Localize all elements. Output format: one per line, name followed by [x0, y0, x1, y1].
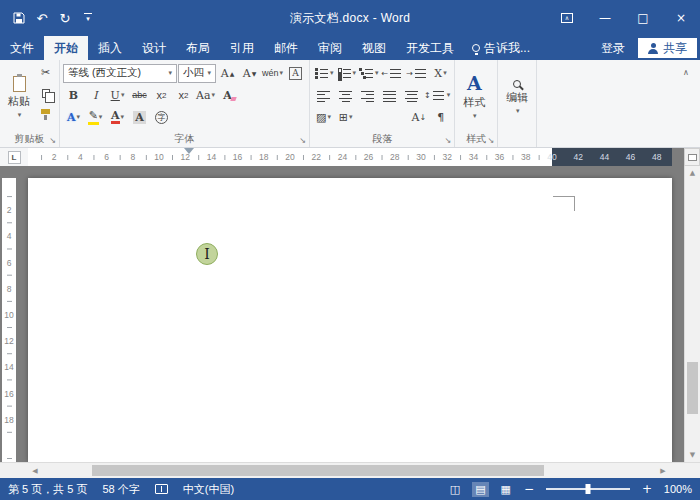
document-page[interactable]: I [28, 178, 672, 462]
shading-button[interactable]: ▨▾ [313, 107, 334, 128]
text-highlight-button[interactable]: ✎▾ [85, 107, 106, 128]
tell-me-box[interactable]: 告诉我... [464, 36, 538, 60]
tab-layout[interactable]: 布局 [176, 36, 220, 60]
format-painter-button[interactable] [35, 104, 56, 125]
tab-design[interactable]: 设计 [132, 36, 176, 60]
phonetic-guide-button[interactable]: wén▾ [261, 63, 284, 84]
share-button[interactable]: 共享 [638, 38, 697, 58]
tab-view[interactable]: 视图 [352, 36, 396, 60]
enclose-characters-button[interactable]: 字 [151, 107, 172, 128]
clipboard-group-text: 剪贴板 [15, 133, 45, 144]
font-family-select[interactable]: 等线 (西文正文) ▾ [63, 64, 177, 83]
underline-button[interactable]: U▾ [107, 85, 128, 106]
tab-file[interactable]: 文件 [0, 36, 44, 60]
redo-button[interactable]: ↻ [55, 8, 75, 28]
horizontal-ruler[interactable]: 2468101214161820222426283032343638404244… [28, 148, 672, 166]
collapse-ribbon-button[interactable]: ∧ [678, 65, 694, 79]
ribbon-display-options-button[interactable]: ∧ [548, 0, 586, 36]
tab-references[interactable]: 引用 [220, 36, 264, 60]
superscript-button[interactable]: x2 [173, 85, 194, 106]
scroll-left-button[interactable]: ◀ [28, 463, 42, 478]
align-left-button[interactable] [313, 85, 334, 106]
print-layout-button[interactable]: ▤ [472, 482, 488, 497]
copy-button[interactable] [35, 83, 56, 104]
grow-font-button[interactable]: A▲ [217, 63, 238, 84]
zoom-slider[interactable] [546, 488, 630, 490]
horizontal-scrollbar[interactable]: ◀ ▶ [0, 462, 700, 478]
person-icon [648, 43, 658, 54]
align-right-button[interactable] [357, 85, 378, 106]
character-shading-button[interactable]: A [129, 107, 150, 128]
customize-qat-button[interactable]: ▾ [78, 8, 98, 28]
align-right-icon [361, 89, 374, 102]
read-mode-button[interactable]: ◫ [447, 482, 463, 497]
web-layout-button[interactable]: ▦ [498, 482, 514, 497]
styles-button[interactable]: A 样式 ▾ [458, 62, 490, 132]
editing-button[interactable]: 编辑 ▾ [501, 62, 533, 132]
paste-button[interactable]: 粘贴 ▾ [3, 62, 35, 132]
tab-insert[interactable]: 插入 [88, 36, 132, 60]
tab-home[interactable]: 开始 [44, 36, 88, 60]
align-center-button[interactable] [335, 85, 356, 106]
language-indicator[interactable]: 中文(中国) [183, 482, 234, 497]
scroll-up-button[interactable]: ▲ [685, 166, 700, 180]
clear-formatting-button[interactable]: A [217, 85, 238, 106]
zoom-in-button[interactable]: + [641, 482, 653, 496]
multilevel-list-button[interactable]: ▾ [358, 63, 380, 84]
numbering-button[interactable]: ▾ [336, 63, 358, 84]
bullets-button[interactable]: ▾ [313, 63, 335, 84]
document-canvas[interactable]: 24681012141618 I [0, 166, 684, 462]
vertical-scroll-thumb[interactable] [687, 362, 698, 414]
vertical-scrollbar[interactable]: ▲ ▼ [684, 166, 700, 462]
sign-in-button[interactable]: 登录 [591, 36, 635, 60]
close-button[interactable]: × [662, 0, 700, 36]
chevron-down-icon: ▾ [327, 113, 331, 121]
page-info[interactable]: 第 5 页，共 5 页 [8, 482, 87, 497]
sort-button[interactable]: A↓ [408, 107, 429, 128]
subscript-button[interactable]: x2 [151, 85, 172, 106]
paragraph-dialog-launcher[interactable]: ↘ [445, 137, 452, 145]
text-effects-button[interactable]: A▾ [63, 107, 84, 128]
zoom-out-button[interactable]: − [523, 482, 535, 496]
distribute-button[interactable] [401, 85, 422, 106]
change-case-button[interactable]: Aa▾ [195, 85, 216, 106]
line-spacing-button[interactable]: ↕▾ [423, 85, 451, 106]
font-size-select[interactable]: 小四 ▾ [178, 64, 216, 83]
word-count[interactable]: 58 个字 [102, 482, 139, 497]
clipboard-dialog-launcher[interactable]: ↘ [49, 137, 56, 145]
proofing-icon[interactable] [155, 484, 168, 494]
zoom-slider-thumb[interactable] [586, 484, 591, 494]
toggle-ruler-button[interactable] [684, 148, 700, 166]
vertical-ruler[interactable]: 24681012141618 [2, 178, 16, 462]
bold-button[interactable]: B [63, 85, 84, 106]
tab-developer[interactable]: 开发工具 [396, 36, 464, 60]
shrink-font-button[interactable]: A▼ [239, 63, 260, 84]
minimize-button[interactable]: — [586, 0, 624, 36]
borders-button[interactable]: ⊞▾ [335, 107, 356, 128]
font-color-button[interactable]: A▾ [107, 107, 128, 128]
italic-button[interactable]: I [85, 85, 106, 106]
horizontal-scroll-thumb[interactable] [92, 465, 544, 476]
paragraph-group: ▾ ▾ ▾ ← → X▾ ↕▾ ▨▾ ⊞▾ [310, 60, 455, 147]
scroll-down-button[interactable]: ▼ [685, 448, 700, 462]
first-line-indent-marker[interactable] [184, 148, 194, 159]
styles-dialog-launcher[interactable]: ↘ [488, 137, 495, 145]
save-button[interactable] [9, 8, 29, 28]
cut-button[interactable]: ✂ [35, 62, 56, 83]
tab-selector-button[interactable]: L [8, 151, 21, 164]
zoom-level[interactable]: 100% [662, 483, 692, 495]
show-marks-button[interactable]: ¶ [430, 107, 451, 128]
maximize-button[interactable]: □ [624, 0, 662, 36]
undo-button[interactable]: ↶ [32, 8, 52, 28]
increase-indent-button[interactable]: → [405, 63, 429, 84]
asian-layout-button[interactable]: X▾ [430, 63, 451, 84]
justify-button[interactable] [379, 85, 400, 106]
strikethrough-button[interactable]: abc [129, 85, 150, 106]
tab-review[interactable]: 审阅 [308, 36, 352, 60]
ruler-number: 4 [78, 152, 83, 162]
character-border-button[interactable]: A [285, 63, 306, 84]
decrease-indent-button[interactable]: ← [381, 63, 405, 84]
font-dialog-launcher[interactable]: ↘ [299, 137, 306, 145]
scroll-right-button[interactable]: ▶ [656, 463, 670, 478]
tab-mailings[interactable]: 邮件 [264, 36, 308, 60]
